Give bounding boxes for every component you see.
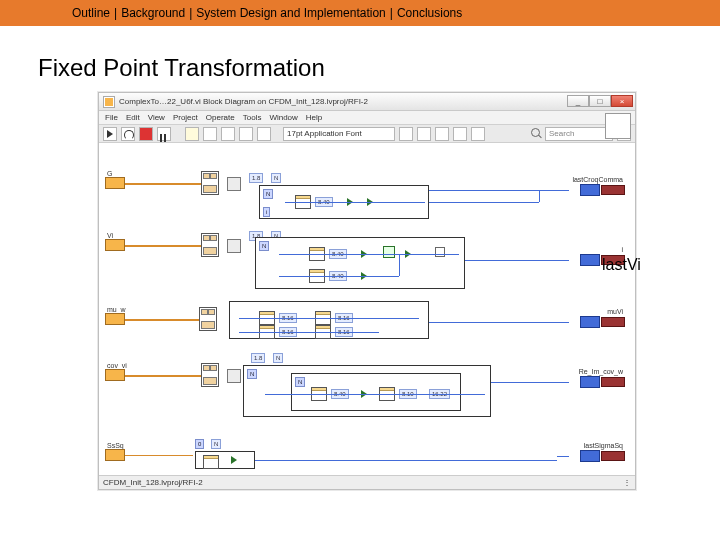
wire — [239, 318, 419, 319]
vi-icon[interactable] — [605, 113, 631, 139]
wire — [429, 202, 539, 203]
breadcrumb-item: Conclusions — [397, 6, 462, 20]
wire — [557, 190, 569, 191]
run-button[interactable] — [103, 127, 117, 141]
labview-window: ComplexTo…22_U6f.vi Block Diagram on CFD… — [98, 92, 636, 490]
function-node[interactable] — [203, 455, 219, 469]
search-icon — [531, 128, 543, 140]
input-terminal-g-block[interactable] — [105, 177, 125, 189]
subvi-node[interactable] — [227, 177, 241, 191]
step-into-button[interactable] — [221, 127, 235, 141]
wire — [557, 382, 569, 383]
window-title: ComplexTo…22_U6f.vi Block Diagram on CFD… — [119, 97, 368, 106]
wire — [279, 254, 459, 255]
close-button[interactable]: × — [611, 95, 633, 107]
distribute-button[interactable] — [417, 127, 431, 141]
menu-view[interactable]: View — [148, 113, 165, 122]
wire — [557, 456, 569, 457]
bundle-node[interactable] — [199, 307, 217, 331]
wire — [285, 202, 425, 203]
align-button[interactable] — [399, 127, 413, 141]
constant[interactable]: 0 — [195, 439, 204, 449]
constant-n[interactable]: N — [247, 369, 257, 379]
minimize-button[interactable]: _ — [567, 95, 589, 107]
wire — [465, 260, 557, 261]
wire — [557, 322, 569, 323]
abort-button[interactable] — [139, 127, 153, 141]
wire — [125, 455, 193, 456]
font-selector[interactable]: 17pt Application Font — [283, 127, 395, 141]
subvi-node[interactable] — [227, 369, 241, 383]
fxp-label: 1.8 — [249, 173, 263, 183]
output-terminal-lastsig-block[interactable] — [580, 450, 625, 462]
resize-button[interactable] — [435, 127, 449, 141]
run-continuously-button[interactable] — [121, 127, 135, 141]
boolean-node[interactable] — [383, 246, 395, 258]
fxp-label: N — [271, 173, 281, 183]
menu-edit[interactable]: Edit — [126, 113, 140, 122]
menu-tools[interactable]: Tools — [243, 113, 262, 122]
wire — [255, 460, 557, 461]
output-terminal-reimcov-block[interactable] — [580, 376, 625, 388]
maximize-button[interactable]: □ — [589, 95, 611, 107]
status-project: CFDM_Init_128.lvproj/RFI-2 — [103, 478, 203, 487]
retain-wire-values-button[interactable] — [203, 127, 217, 141]
breadcrumb-bar: Outline | Background | System Design and… — [0, 0, 720, 26]
breadcrumb-item: Background — [121, 6, 185, 20]
input-terminal-sssq-block[interactable] — [105, 449, 125, 461]
subvi-node[interactable] — [227, 239, 241, 253]
wire — [429, 190, 557, 191]
titlebar[interactable]: ComplexTo…22_U6f.vi Block Diagram on CFD… — [99, 93, 635, 111]
input-terminal-vi-block[interactable] — [105, 239, 125, 251]
menu-help[interactable]: Help — [306, 113, 322, 122]
tunnel[interactable] — [435, 247, 445, 257]
bundle-node[interactable] — [201, 171, 219, 195]
status-scroll[interactable]: ⋮ — [623, 478, 631, 487]
output-terminal-lastcroq-block[interactable] — [580, 184, 625, 196]
cleanup-button[interactable] — [471, 127, 485, 141]
constant-i[interactable]: i — [263, 207, 270, 217]
block-diagram-canvas[interactable]: G Vi mu_w cov_vi SsSq lastCroqComma i la… — [99, 143, 635, 475]
menu-window[interactable]: Window — [269, 113, 297, 122]
pause-button[interactable] — [157, 127, 171, 141]
breadcrumb-sep: | — [114, 6, 117, 20]
bundle-node[interactable] — [201, 233, 219, 257]
search-input[interactable]: Search — [545, 127, 613, 141]
menubar: File Edit View Project Operate Tools Win… — [99, 111, 635, 125]
wire — [239, 332, 379, 333]
fxp-label: N — [273, 353, 283, 363]
constant-n[interactable]: N — [259, 241, 269, 251]
output-terminal-lastvi-block[interactable]: lastVi — [580, 254, 625, 266]
breadcrumb-item: Outline — [72, 6, 110, 20]
step-out-button[interactable] — [257, 127, 271, 141]
wire — [539, 190, 540, 202]
step-over-button[interactable] — [239, 127, 253, 141]
breadcrumb-sep: | — [189, 6, 192, 20]
wire — [429, 322, 557, 323]
wire — [125, 375, 201, 377]
statusbar: CFDM_Init_128.lvproj/RFI-2 ⋮ — [99, 475, 635, 489]
constant-n[interactable]: N — [263, 189, 273, 199]
wire — [125, 183, 203, 185]
constant-n[interactable]: N — [295, 377, 305, 387]
breadcrumb-item: System Design and Implementation — [196, 6, 385, 20]
output-terminal-muvi-block[interactable] — [580, 316, 625, 328]
input-terminal-covvi-block[interactable] — [105, 369, 125, 381]
menu-file[interactable]: File — [105, 113, 118, 122]
breadcrumb-sep: | — [390, 6, 393, 20]
toolbar: 17pt Application Font Search ? — [99, 125, 635, 143]
wire — [557, 260, 569, 261]
labview-icon — [103, 96, 115, 108]
wire — [491, 382, 557, 383]
reorder-button[interactable] — [453, 127, 467, 141]
coerce-node[interactable] — [231, 456, 237, 464]
wire — [125, 319, 199, 321]
wire — [125, 245, 203, 247]
highlight-execution-button[interactable] — [185, 127, 199, 141]
input-terminal-muw-block[interactable] — [105, 313, 125, 325]
menu-project[interactable]: Project — [173, 113, 198, 122]
wire — [279, 276, 399, 277]
for-loop[interactable] — [255, 237, 465, 289]
bundle-node[interactable] — [201, 363, 219, 387]
menu-operate[interactable]: Operate — [206, 113, 235, 122]
